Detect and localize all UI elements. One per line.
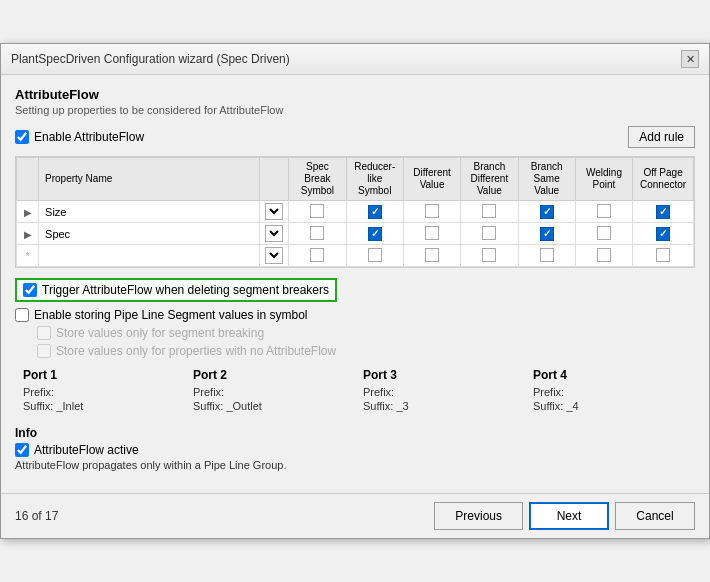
- section-description: Setting up properties to be considered f…: [15, 104, 695, 116]
- port-4-prefix: Prefix:: [533, 386, 687, 398]
- title-bar: PlantSpecDriven Configuration wizard (Sp…: [1, 44, 709, 75]
- row-select[interactable]: ▼: [265, 247, 283, 264]
- expand-icon: ▶: [24, 207, 32, 218]
- info-title: Info: [15, 426, 695, 440]
- off-page-header: Off Page Connector: [633, 158, 694, 201]
- off-page-cell[interactable]: [633, 245, 694, 267]
- reducer-checkbox[interactable]: [368, 227, 382, 241]
- row-dropdown[interactable]: ▼: [259, 223, 289, 245]
- branch-same-checkbox[interactable]: [540, 227, 554, 241]
- row-dropdown[interactable]: ▼: [259, 201, 289, 223]
- store-no-attr-row: Store values only for properties with no…: [15, 344, 695, 358]
- property-name-cell[interactable]: [39, 245, 259, 267]
- row-dropdown[interactable]: ▼: [259, 245, 289, 267]
- reducer-header: Reducer-like Symbol: [346, 158, 403, 201]
- store-no-attr-checkbox[interactable]: [37, 344, 51, 358]
- spec-break-checkbox[interactable]: [310, 204, 324, 218]
- reducer-cell[interactable]: [346, 201, 403, 223]
- branch-diff-checkbox[interactable]: [482, 248, 496, 262]
- reducer-checkbox[interactable]: [368, 248, 382, 262]
- info-active-checkbox[interactable]: [15, 443, 29, 457]
- different-checkbox[interactable]: [425, 226, 439, 240]
- port-3-title: Port 3: [363, 368, 517, 382]
- enable-storing-checkbox[interactable]: [15, 308, 29, 322]
- port-2-title: Port 2: [193, 368, 347, 382]
- port-4-suffix-label: Suffix:: [533, 400, 563, 412]
- spec-break-header: Spec Break Symbol: [289, 158, 346, 201]
- different-cell[interactable]: [403, 201, 460, 223]
- off-page-checkbox[interactable]: [656, 205, 670, 219]
- spec-break-cell[interactable]: [289, 223, 346, 245]
- port-2-suffix-value: _Outlet: [226, 400, 261, 412]
- branch-same-cell[interactable]: [518, 245, 575, 267]
- different-cell[interactable]: [403, 245, 460, 267]
- spec-break-cell[interactable]: [289, 245, 346, 267]
- branch-diff-cell[interactable]: [461, 245, 518, 267]
- add-rule-button[interactable]: Add rule: [628, 126, 695, 148]
- branch-diff-cell[interactable]: [461, 223, 518, 245]
- row-expand[interactable]: ▶: [17, 201, 39, 223]
- row-select[interactable]: ▼: [265, 225, 283, 242]
- off-page-cell[interactable]: [633, 201, 694, 223]
- enable-attributeflow-text: Enable AttributeFlow: [34, 130, 144, 144]
- page-info: 16 of 17: [15, 509, 58, 523]
- branch-same-cell[interactable]: [518, 201, 575, 223]
- close-button[interactable]: ✕: [681, 50, 699, 68]
- enable-row: Enable AttributeFlow Add rule: [15, 126, 695, 148]
- properties-table-container: Property Name Spec Break Symbol Reducer-…: [15, 156, 695, 268]
- different-cell[interactable]: [403, 223, 460, 245]
- main-window: PlantSpecDriven Configuration wizard (Sp…: [0, 43, 710, 539]
- reducer-cell[interactable]: [346, 223, 403, 245]
- store-segment-label: Store values only for segment breaking: [56, 326, 264, 340]
- welding-cell[interactable]: [575, 223, 632, 245]
- welding-checkbox[interactable]: [597, 204, 611, 218]
- different-checkbox[interactable]: [425, 204, 439, 218]
- content-area: AttributeFlow Setting up properties to b…: [1, 75, 709, 493]
- welding-cell[interactable]: [575, 245, 632, 267]
- branch-diff-cell[interactable]: [461, 201, 518, 223]
- port-3-prefix: Prefix:: [363, 386, 517, 398]
- window-title: PlantSpecDriven Configuration wizard (Sp…: [11, 52, 290, 66]
- port-4-suffix: Suffix: _4: [533, 400, 687, 412]
- property-name-cell: Spec: [39, 223, 259, 245]
- welding-checkbox[interactable]: [597, 248, 611, 262]
- trigger-checkbox[interactable]: [23, 283, 37, 297]
- table-row: ▶ Size ▼: [17, 201, 694, 223]
- port-1-prefix-label: Prefix:: [23, 386, 54, 398]
- port-4-title: Port 4: [533, 368, 687, 382]
- store-segment-row: Store values only for segment breaking: [15, 326, 695, 340]
- options-section: Trigger AttributeFlow when deleting segm…: [15, 278, 695, 358]
- port-1-title: Port 1: [23, 368, 177, 382]
- spec-break-checkbox[interactable]: [310, 248, 324, 262]
- previous-button[interactable]: Previous: [434, 502, 523, 530]
- enable-storing-row: Enable storing Pipe Line Segment values …: [15, 308, 695, 322]
- properties-table: Property Name Spec Break Symbol Reducer-…: [16, 157, 694, 267]
- spec-break-checkbox[interactable]: [310, 226, 324, 240]
- off-page-checkbox[interactable]: [656, 248, 670, 262]
- cancel-button[interactable]: Cancel: [615, 502, 695, 530]
- branch-diff-checkbox[interactable]: [482, 226, 496, 240]
- spec-break-cell[interactable]: [289, 201, 346, 223]
- enable-attributeflow-checkbox[interactable]: [15, 130, 29, 144]
- branch-same-checkbox[interactable]: [540, 248, 554, 262]
- reducer-cell[interactable]: [346, 245, 403, 267]
- store-segment-checkbox[interactable]: [37, 326, 51, 340]
- reducer-checkbox[interactable]: [368, 205, 382, 219]
- port-4-prefix-label: Prefix:: [533, 386, 564, 398]
- trigger-row: Trigger AttributeFlow when deleting segm…: [15, 278, 337, 302]
- enable-attributeflow-label[interactable]: Enable AttributeFlow: [15, 130, 144, 144]
- off-page-checkbox[interactable]: [656, 227, 670, 241]
- off-page-cell[interactable]: [633, 223, 694, 245]
- row-expand[interactable]: ▶: [17, 223, 39, 245]
- branch-same-checkbox[interactable]: [540, 205, 554, 219]
- branch-different-header: Branch Different Value: [461, 158, 518, 201]
- dropdown-col-header: [259, 158, 289, 201]
- welding-checkbox[interactable]: [597, 226, 611, 240]
- next-button[interactable]: Next: [529, 502, 609, 530]
- welding-cell[interactable]: [575, 201, 632, 223]
- branch-diff-checkbox[interactable]: [482, 204, 496, 218]
- different-checkbox[interactable]: [425, 248, 439, 262]
- port-3: Port 3 Prefix: Suffix: _3: [355, 364, 525, 418]
- row-select[interactable]: ▼: [265, 203, 283, 220]
- branch-same-cell[interactable]: [518, 223, 575, 245]
